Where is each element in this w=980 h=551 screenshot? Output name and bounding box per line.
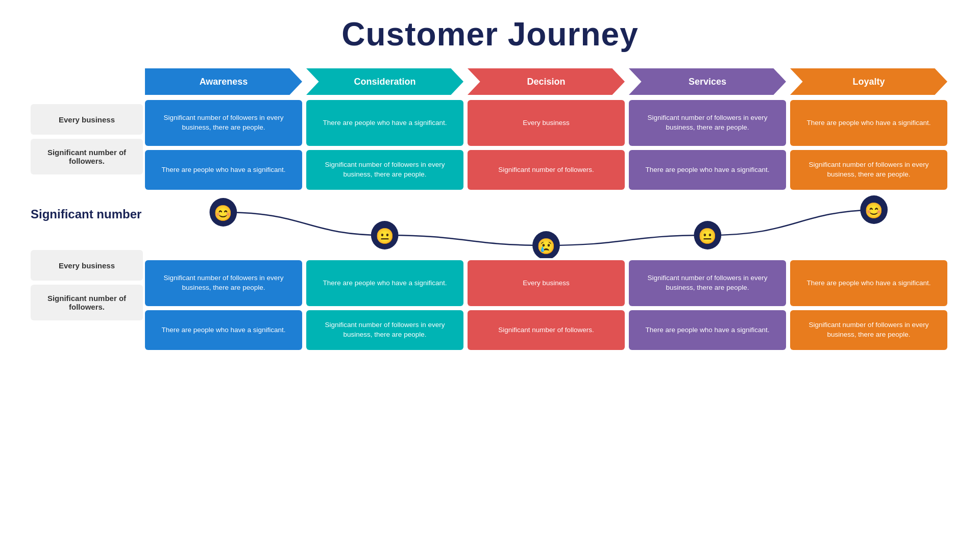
col-consideration: There are people who have a significant.… — [306, 100, 463, 190]
arrow-loyalty: Loyalty — [790, 68, 947, 95]
awareness-cell4: There are people who have a significant. — [145, 310, 302, 350]
mid-label: Significant number — [31, 184, 143, 245]
awareness-cell3: Significant number of followers in every… — [145, 260, 302, 306]
decision-cell4: Significant number of followers. — [468, 310, 625, 350]
arrows-row: Awareness Consideration Decision Service… — [143, 68, 949, 95]
awareness-cell1: Significant number of followers in every… — [145, 100, 302, 146]
awareness-cell2: There are people who have a significant. — [145, 150, 302, 190]
col-loyalty: There are people who have a significant.… — [790, 100, 947, 190]
arrow-consideration: Consideration — [306, 68, 463, 95]
services-cell4: There are people who have a significant. — [629, 310, 786, 350]
loyalty-cell1: There are people who have a significant. — [790, 100, 947, 146]
col-services: Significant number of followers in every… — [629, 100, 786, 190]
svg-text:😐: 😐 — [376, 227, 394, 245]
svg-text:😢: 😢 — [537, 237, 555, 256]
decision-cell1: Every business — [468, 100, 625, 146]
consideration-cell2: Significant number of followers in every… — [306, 150, 463, 190]
services-cell3: Significant number of followers in every… — [629, 260, 786, 306]
bot-label-2: Significant number of followers. — [31, 285, 143, 320]
col-decision: Every business Significant number of fol… — [468, 100, 625, 190]
page-title: Customer Journey — [341, 15, 638, 53]
col-loyalty-bot: There are people who have a significant.… — [790, 260, 947, 350]
col-awareness-bot: Significant number of followers in every… — [145, 260, 302, 350]
svg-text:😊: 😊 — [865, 201, 883, 220]
consideration-cell1: There are people who have a significant. — [306, 100, 463, 146]
svg-text:😊: 😊 — [214, 204, 232, 222]
col-consideration-bot: There are people who have a significant.… — [306, 260, 463, 350]
services-cell2: There are people who have a significant. — [629, 150, 786, 190]
decision-cell2: Significant number of followers. — [468, 150, 625, 190]
loyalty-cell2: Significant number of followers in every… — [790, 150, 947, 190]
loyalty-cell4: Significant number of followers in every… — [790, 310, 947, 350]
consideration-cell4: Significant number of followers in every… — [306, 310, 463, 350]
arrow-services: Services — [629, 68, 786, 95]
arrow-decision: Decision — [468, 68, 625, 95]
col-services-bot: Significant number of followers in every… — [629, 260, 786, 350]
svg-text:😐: 😐 — [698, 227, 717, 245]
col-awareness: Significant number of followers in every… — [145, 100, 302, 190]
loyalty-cell3: There are people who have a significant. — [790, 260, 947, 306]
col-decision-bot: Every business Significant number of fol… — [468, 260, 625, 350]
left-labels: Every business Significant number of fol… — [31, 68, 143, 541]
top-label-2: Significant number of followers. — [31, 139, 143, 174]
content-area: Awareness Consideration Decision Service… — [143, 68, 949, 541]
services-cell1: Significant number of followers in every… — [629, 100, 786, 146]
bottom-data-grid: Significant number of followers in every… — [143, 260, 949, 350]
decision-cell3: Every business — [468, 260, 625, 306]
top-data-grid: Significant number of followers in every… — [143, 100, 949, 190]
journey-area: 😊 😐 😢 😐 😊 — [145, 192, 947, 258]
arrow-awareness: Awareness — [145, 68, 302, 95]
main-layout: Every business Significant number of fol… — [31, 68, 949, 541]
bot-label-1: Every business — [31, 250, 143, 281]
top-label-1: Every business — [31, 104, 143, 135]
consideration-cell3: There are people who have a significant. — [306, 260, 463, 306]
journey-svg: 😊 😐 😢 😐 😊 — [145, 192, 947, 258]
